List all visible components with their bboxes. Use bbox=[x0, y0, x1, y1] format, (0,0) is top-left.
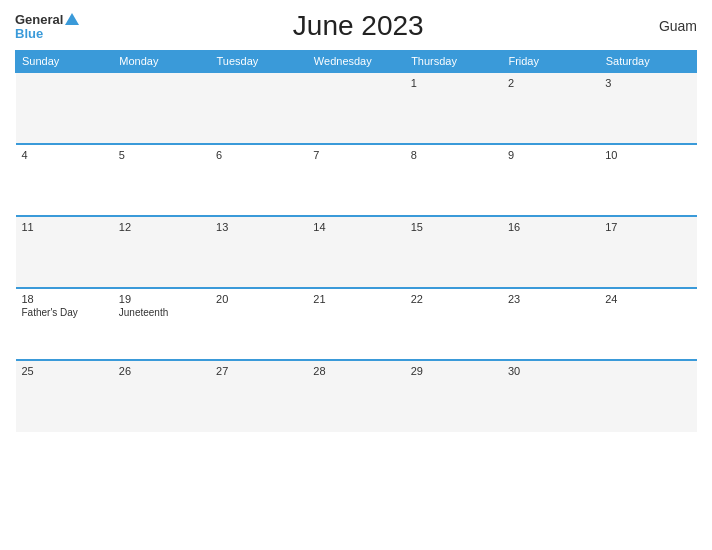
calendar-cell: 26 bbox=[113, 360, 210, 432]
calendar-cell bbox=[307, 72, 404, 144]
day-event: Father's Day bbox=[22, 307, 107, 318]
calendar-header-row: Sunday Monday Tuesday Wednesday Thursday… bbox=[16, 51, 697, 73]
col-friday: Friday bbox=[502, 51, 599, 73]
day-event: Juneteenth bbox=[119, 307, 204, 318]
day-number: 11 bbox=[22, 221, 107, 233]
day-number: 7 bbox=[313, 149, 398, 161]
day-number: 3 bbox=[605, 77, 690, 89]
day-number: 19 bbox=[119, 293, 204, 305]
day-number: 30 bbox=[508, 365, 593, 377]
calendar-cell: 27 bbox=[210, 360, 307, 432]
calendar-cell: 10 bbox=[599, 144, 696, 216]
calendar-cell: 12 bbox=[113, 216, 210, 288]
day-number: 17 bbox=[605, 221, 690, 233]
calendar-cell: 1 bbox=[405, 72, 502, 144]
week-row-4: 18Father's Day19Juneteenth2021222324 bbox=[16, 288, 697, 360]
day-number: 8 bbox=[411, 149, 496, 161]
week-row-2: 45678910 bbox=[16, 144, 697, 216]
day-number: 27 bbox=[216, 365, 301, 377]
day-number: 14 bbox=[313, 221, 398, 233]
calendar-cell: 30 bbox=[502, 360, 599, 432]
week-row-5: 252627282930 bbox=[16, 360, 697, 432]
calendar-cell: 17 bbox=[599, 216, 696, 288]
col-saturday: Saturday bbox=[599, 51, 696, 73]
day-number: 12 bbox=[119, 221, 204, 233]
calendar-cell: 4 bbox=[16, 144, 113, 216]
page: General Blue June 2023 Guam Sunday Monda… bbox=[0, 0, 712, 550]
calendar-cell: 19Juneteenth bbox=[113, 288, 210, 360]
day-number: 16 bbox=[508, 221, 593, 233]
calendar-cell: 11 bbox=[16, 216, 113, 288]
day-number: 26 bbox=[119, 365, 204, 377]
calendar-cell: 13 bbox=[210, 216, 307, 288]
day-number: 2 bbox=[508, 77, 593, 89]
week-row-3: 11121314151617 bbox=[16, 216, 697, 288]
calendar-cell bbox=[113, 72, 210, 144]
day-number: 5 bbox=[119, 149, 204, 161]
logo-general-text: General bbox=[15, 13, 63, 26]
calendar-cell: 9 bbox=[502, 144, 599, 216]
calendar-cell bbox=[16, 72, 113, 144]
day-number: 20 bbox=[216, 293, 301, 305]
calendar-cell: 6 bbox=[210, 144, 307, 216]
logo: General Blue bbox=[15, 13, 79, 40]
day-number: 21 bbox=[313, 293, 398, 305]
day-number: 18 bbox=[22, 293, 107, 305]
day-number: 23 bbox=[508, 293, 593, 305]
day-number: 25 bbox=[22, 365, 107, 377]
logo-blue-text: Blue bbox=[15, 27, 43, 40]
region-label: Guam bbox=[637, 18, 697, 34]
week-row-1: 123 bbox=[16, 72, 697, 144]
logo-triangle-icon bbox=[65, 13, 79, 25]
calendar: Sunday Monday Tuesday Wednesday Thursday… bbox=[15, 50, 697, 432]
calendar-cell: 2 bbox=[502, 72, 599, 144]
day-number: 28 bbox=[313, 365, 398, 377]
calendar-cell: 3 bbox=[599, 72, 696, 144]
calendar-cell: 16 bbox=[502, 216, 599, 288]
day-number: 6 bbox=[216, 149, 301, 161]
calendar-cell: 18Father's Day bbox=[16, 288, 113, 360]
col-thursday: Thursday bbox=[405, 51, 502, 73]
calendar-cell: 22 bbox=[405, 288, 502, 360]
calendar-cell: 20 bbox=[210, 288, 307, 360]
col-tuesday: Tuesday bbox=[210, 51, 307, 73]
calendar-cell: 23 bbox=[502, 288, 599, 360]
day-number: 29 bbox=[411, 365, 496, 377]
calendar-cell: 21 bbox=[307, 288, 404, 360]
day-number: 10 bbox=[605, 149, 690, 161]
calendar-cell: 8 bbox=[405, 144, 502, 216]
col-monday: Monday bbox=[113, 51, 210, 73]
calendar-cell bbox=[599, 360, 696, 432]
calendar-cell: 5 bbox=[113, 144, 210, 216]
calendar-cell: 28 bbox=[307, 360, 404, 432]
calendar-cell: 29 bbox=[405, 360, 502, 432]
day-number: 22 bbox=[411, 293, 496, 305]
col-wednesday: Wednesday bbox=[307, 51, 404, 73]
day-number: 1 bbox=[411, 77, 496, 89]
day-number: 9 bbox=[508, 149, 593, 161]
col-sunday: Sunday bbox=[16, 51, 113, 73]
month-title: June 2023 bbox=[79, 10, 637, 42]
calendar-cell: 25 bbox=[16, 360, 113, 432]
day-number: 24 bbox=[605, 293, 690, 305]
day-number: 13 bbox=[216, 221, 301, 233]
calendar-cell bbox=[210, 72, 307, 144]
header: General Blue June 2023 Guam bbox=[15, 10, 697, 42]
day-number: 4 bbox=[22, 149, 107, 161]
calendar-cell: 14 bbox=[307, 216, 404, 288]
calendar-cell: 7 bbox=[307, 144, 404, 216]
calendar-cell: 24 bbox=[599, 288, 696, 360]
day-number: 15 bbox=[411, 221, 496, 233]
calendar-cell: 15 bbox=[405, 216, 502, 288]
